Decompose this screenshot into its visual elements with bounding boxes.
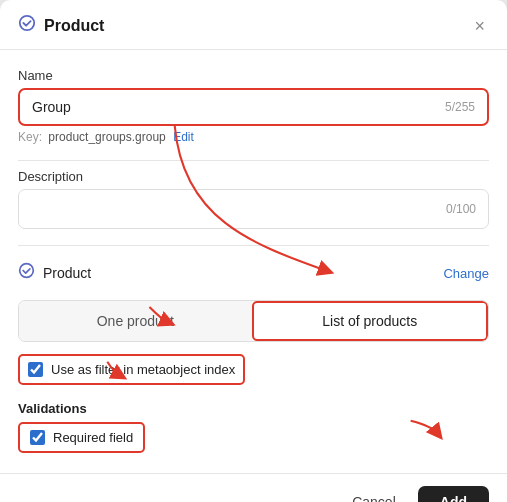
modal-header: Product ×: [0, 0, 507, 50]
modal-body: Name 5/255 Key: product_groups.group Edi…: [0, 50, 507, 473]
use-as-filter-label: Use as filter in metaobject index: [51, 362, 235, 377]
description-input-wrap: 0/100: [18, 189, 489, 229]
required-field-checkbox[interactable]: [30, 430, 45, 445]
product-row-label: Product: [43, 265, 91, 281]
one-product-button[interactable]: One product: [19, 301, 252, 341]
divider-2: [18, 245, 489, 246]
name-input-wrap: 5/255: [18, 88, 489, 126]
name-field-section: Name 5/255 Key: product_groups.group Edi…: [18, 68, 489, 144]
use-as-filter-checkbox[interactable]: [28, 362, 43, 377]
description-field-section: Description 0/100: [18, 169, 489, 229]
list-of-products-button[interactable]: List of products: [252, 301, 489, 341]
use-as-filter-row: Use as filter in metaobject index: [18, 354, 245, 385]
svg-point-0: [20, 16, 34, 30]
product-icon: [18, 14, 36, 37]
change-link[interactable]: Change: [443, 266, 489, 281]
name-counter: 5/255: [445, 100, 475, 114]
product-row: Product Change: [18, 254, 489, 292]
name-label: Name: [18, 68, 489, 83]
add-button[interactable]: Add: [418, 486, 489, 502]
key-label-text: Key:: [18, 130, 42, 144]
validations-title: Validations: [18, 401, 489, 416]
toggle-group: One product List of products: [18, 300, 489, 342]
svg-point-1: [20, 264, 34, 278]
modal-footer: Cancel Add: [0, 473, 507, 502]
product-row-icon: [18, 262, 35, 284]
name-input[interactable]: [20, 90, 487, 124]
product-modal: Product × Name 5/255 Key: product_groups…: [0, 0, 507, 502]
divider-1: [18, 160, 489, 161]
description-counter: 0/100: [446, 202, 476, 216]
name-key: Key: product_groups.group Edit: [18, 130, 489, 144]
description-label: Description: [18, 169, 489, 184]
required-field-row: Required field: [18, 422, 145, 453]
modal-title: Product: [44, 17, 462, 35]
edit-link[interactable]: Edit: [173, 130, 194, 144]
cancel-button[interactable]: Cancel: [340, 486, 408, 502]
description-input[interactable]: [19, 190, 488, 228]
key-value-text: product_groups.group: [48, 130, 165, 144]
required-field-label: Required field: [53, 430, 133, 445]
close-button[interactable]: ×: [470, 15, 489, 37]
